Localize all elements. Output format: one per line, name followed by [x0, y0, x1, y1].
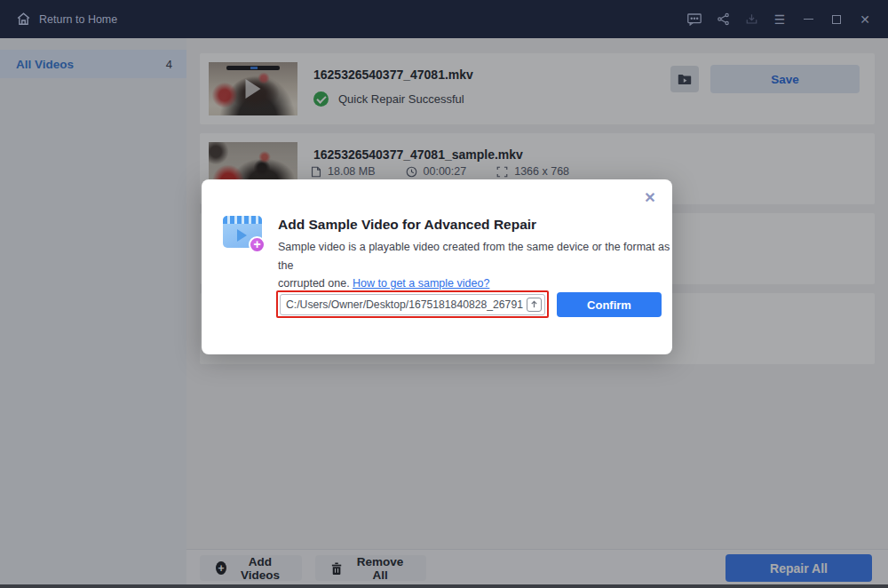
- minimize-button[interactable]: [794, 0, 822, 38]
- return-home-label: Return to Home: [39, 13, 117, 26]
- home-icon: [16, 12, 31, 27]
- app-window: Return to Home ☰: [0, 0, 888, 588]
- dialog-title: Add Sample Video for Advanced Repair: [278, 217, 536, 233]
- menu-icon[interactable]: ☰: [765, 0, 794, 38]
- dialog-close-icon[interactable]: ✕: [641, 189, 659, 207]
- share-icon[interactable]: [709, 0, 737, 38]
- browse-file-button[interactable]: [527, 298, 542, 312]
- download-icon: [737, 0, 765, 38]
- close-button[interactable]: ✕: [851, 0, 879, 38]
- titlebar-controls: ☰ ✕: [680, 0, 879, 38]
- return-home-button[interactable]: Return to Home: [16, 12, 117, 27]
- add-sample-video-dialog: ✕ + Add Sample Video for Advanced Repair…: [202, 179, 672, 354]
- maximize-button[interactable]: [822, 0, 851, 38]
- sample-video-icon: +: [223, 214, 264, 251]
- feedback-icon[interactable]: [680, 0, 709, 38]
- confirm-button[interactable]: Confirm: [557, 292, 662, 317]
- dialog-description: Sample video is a playable video created…: [278, 238, 676, 293]
- sample-path-input[interactable]: [280, 294, 545, 315]
- sample-video-help-link[interactable]: How to get a sample video?: [353, 277, 489, 290]
- titlebar: Return to Home ☰: [0, 0, 888, 38]
- sample-path-field-wrap: [280, 294, 545, 315]
- upload-arrow-icon: [529, 300, 539, 309]
- add-plus-icon: +: [249, 236, 266, 253]
